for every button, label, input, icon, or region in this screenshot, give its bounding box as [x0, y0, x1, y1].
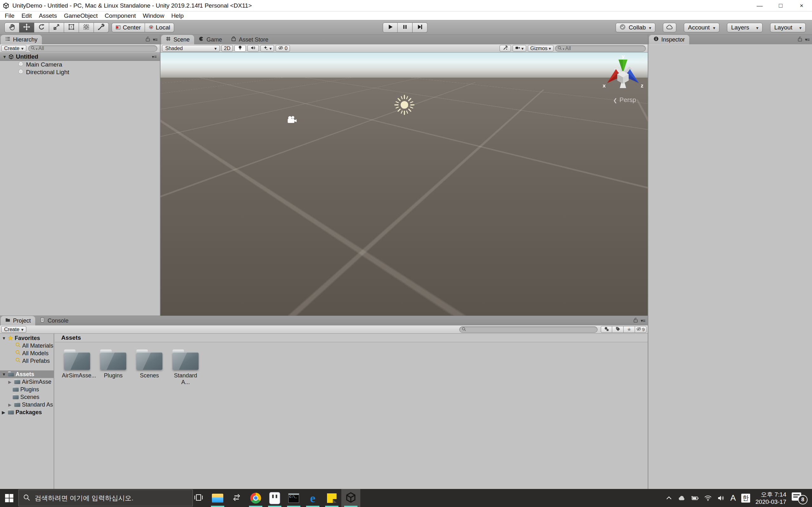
hierarchy-create-button[interactable]: Create	[1, 45, 26, 52]
rotate-tool-button[interactable]	[34, 22, 49, 33]
hierarchy-item-directional-light[interactable]: Directional Light	[0, 68, 160, 76]
projection-toggle[interactable]: Persp	[604, 96, 645, 104]
scene-row-menu-icon[interactable]	[152, 54, 157, 59]
scene-row-untitled[interactable]: Untitled	[0, 53, 160, 61]
tab-game[interactable]: Game	[194, 35, 226, 44]
tree-item-assets[interactable]: Assets	[0, 371, 54, 378]
volume-icon[interactable]	[717, 494, 725, 502]
main-camera-gizmo[interactable]	[287, 115, 298, 124]
tools-overlay-button[interactable]	[500, 45, 511, 52]
minimize-button[interactable]: —	[749, 0, 770, 11]
orientation-gizmo[interactable]: y x z	[598, 53, 648, 100]
tab-inspector[interactable]: Inspector	[649, 35, 689, 44]
step-button[interactable]	[413, 22, 427, 33]
battery-icon[interactable]	[691, 494, 699, 502]
menu-file[interactable]: File	[1, 12, 18, 19]
start-button[interactable]	[0, 489, 18, 507]
tree-item-plugins[interactable]: Plugins	[0, 386, 54, 393]
tree-item-airsimassets[interactable]: AirSimAsse	[0, 378, 54, 386]
effects-dropdown-button[interactable]	[260, 45, 274, 52]
folder-tile-airsimassets[interactable]: AirSimAsse...	[62, 349, 92, 379]
command-prompt-button[interactable]: C:\_	[284, 489, 303, 507]
tree-item-all-materials[interactable]: All Materials	[0, 342, 54, 349]
ime-latin-indicator[interactable]: A	[730, 493, 735, 503]
notification-center-button[interactable]: 8	[792, 492, 808, 504]
gizmos-dropdown-button[interactable]: Gizmos	[528, 45, 554, 52]
scene-search-input[interactable]: All	[555, 45, 646, 52]
lock-icon[interactable]	[146, 37, 150, 43]
menu-gameobject[interactable]: GameObject	[60, 12, 101, 19]
panel-menu-icon[interactable]	[153, 37, 157, 43]
lighting-toggle-button[interactable]	[235, 45, 246, 52]
menu-help[interactable]: Help	[168, 12, 187, 19]
space-local-button[interactable]: Local	[145, 23, 174, 32]
directional-light-gizmo[interactable]	[394, 95, 415, 115]
tree-item-favorites[interactable]: ★Favorites	[0, 334, 54, 342]
white-app-button[interactable]	[265, 489, 284, 507]
foldout-open-icon[interactable]	[3, 55, 7, 59]
custom-tool-button[interactable]	[94, 22, 109, 33]
tree-item-scenes[interactable]: Scenes	[0, 393, 54, 401]
file-explorer-button[interactable]	[208, 489, 227, 507]
tab-hierarchy[interactable]: Hierarchy	[1, 35, 42, 44]
chrome-button[interactable]	[246, 489, 265, 507]
project-hidden-count-button[interactable]: 9	[635, 326, 647, 333]
foldout-closed-icon[interactable]	[8, 380, 13, 384]
folder-tile-plugins[interactable]: Plugins	[98, 349, 129, 379]
collab-button[interactable]: Collab	[616, 23, 655, 32]
tab-console[interactable]: Console	[35, 316, 73, 326]
play-button[interactable]	[383, 22, 398, 33]
pause-button[interactable]	[398, 22, 413, 33]
taskbar-search-input[interactable]: 검색하려면 여기에 입력하십시오.	[18, 490, 193, 506]
scene-camera-settings-button[interactable]	[513, 45, 526, 52]
foldout-open-icon[interactable]	[2, 336, 6, 341]
menu-edit[interactable]: Edit	[18, 12, 36, 19]
tab-project[interactable]: Project	[1, 316, 35, 326]
tree-item-all-prefabs[interactable]: All Prefabs	[0, 357, 54, 365]
2d-toggle-button[interactable]: 2D	[221, 45, 233, 52]
folder-tile-standard-assets[interactable]: Standard A...	[170, 349, 201, 386]
hierarchy-search-input[interactable]: All	[28, 45, 157, 52]
account-button[interactable]: Account	[684, 23, 719, 32]
sticky-notes-button[interactable]	[322, 489, 341, 507]
tab-scene[interactable]: Scene	[161, 35, 194, 44]
wifi-icon[interactable]	[704, 494, 712, 502]
onedrive-icon[interactable]	[678, 494, 686, 502]
lock-icon[interactable]	[633, 318, 638, 324]
menu-assets[interactable]: Assets	[35, 12, 60, 19]
panel-menu-icon[interactable]	[641, 318, 645, 324]
task-view-button[interactable]	[189, 489, 208, 507]
maximize-button[interactable]: □	[770, 0, 791, 11]
hierarchy-item-main-camera[interactable]: Main Camera	[0, 61, 160, 68]
transform-tool-button[interactable]	[79, 22, 94, 33]
viewport-lock-icon[interactable]	[641, 56, 646, 63]
layout-button[interactable]: Layout	[770, 23, 806, 32]
search-by-type-button[interactable]	[601, 326, 612, 333]
scale-tool-button[interactable]	[49, 22, 64, 33]
close-button[interactable]: ×	[791, 0, 812, 11]
lock-icon[interactable]	[798, 37, 802, 43]
audio-toggle-button[interactable]	[247, 45, 259, 52]
edge-button[interactable]: e	[303, 489, 322, 507]
tree-item-standard-assets[interactable]: Standard As	[0, 401, 54, 408]
project-create-button[interactable]: Create	[1, 326, 26, 333]
taskbar-clock[interactable]: 오후 7:14 2020-03-17	[756, 491, 786, 505]
foldout-open-icon[interactable]	[2, 372, 6, 377]
panel-menu-icon[interactable]	[805, 37, 809, 43]
menu-component[interactable]: Component	[101, 12, 139, 19]
tree-item-all-models[interactable]: All Models	[0, 349, 54, 357]
unity-taskbar-button[interactable]	[341, 489, 360, 507]
move-tool-button[interactable]	[19, 22, 34, 33]
tab-asset-store[interactable]: Asset Store	[226, 35, 273, 44]
hidden-objects-button[interactable]: 0	[275, 45, 290, 52]
scene-viewport[interactable]: y x z Persp	[160, 53, 648, 316]
shading-mode-dropdown[interactable]: Shaded	[162, 45, 220, 52]
layers-button[interactable]: Layers	[727, 23, 763, 32]
menu-window[interactable]: Window	[139, 12, 168, 19]
tree-item-packages[interactable]: Packages	[0, 408, 54, 416]
cloud-button[interactable]	[663, 23, 676, 32]
search-by-label-button[interactable]	[612, 326, 623, 333]
foldout-closed-icon[interactable]	[2, 410, 6, 415]
hand-tool-button[interactable]	[4, 22, 19, 33]
sync-app-button[interactable]	[227, 489, 246, 507]
